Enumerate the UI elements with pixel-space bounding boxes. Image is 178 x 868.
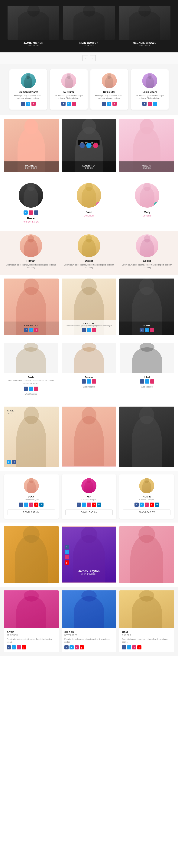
johana-w-role: Web Designer [62,386,116,388]
instagram-icon[interactable]: i [132,645,136,649]
twitter-icon[interactable]: t [82,502,86,507]
download-cv-button[interactable]: DOWNLOAD CV [65,509,113,515]
instagram-icon[interactable]: i [150,328,154,332]
facebook-icon[interactable]: f [24,386,28,391]
instagram-icon[interactable]: i [31,102,36,106]
download-cv-button[interactable]: DOWNLOAD CV [7,509,55,515]
facebook-icon[interactable]: f [79,143,85,148]
final-photo-roxie [4,590,59,628]
team-social-0: f t i [12,102,44,106]
youtube-icon[interactable]: y [34,502,38,507]
ceo-section: NINA CEO t f [0,403,178,471]
founder-role-2: FOUNDER [119,45,171,47]
instagram-icon[interactable]: i [93,143,98,148]
desc-bio-dextar: Lorem ipsum dolor sit amet, consect adip… [62,264,116,269]
twitter-icon[interactable]: t [87,328,91,332]
instagram-icon[interactable]: i [17,645,21,649]
desc-cards-section: Roman Lorem ipsum dolor sit amet, consec… [0,230,178,275]
avatar-3 [142,73,157,88]
instagram-icon[interactable]: i [148,102,152,106]
team-social-3: f i t [134,102,166,106]
team-name-0: Shimon Shwartz [12,91,44,93]
instagram-icon[interactable]: i [72,102,76,106]
facebook-icon[interactable]: f [142,102,147,106]
twitter-icon[interactable]: t [12,645,16,649]
instagram-icon[interactable]: i [34,386,38,391]
linkedin-icon[interactable]: in [97,502,101,507]
facebook-icon[interactable]: f [82,379,86,383]
twitter-icon[interactable]: t [29,328,33,332]
instagram-icon[interactable]: i [145,502,149,507]
twitter-icon[interactable]: t [26,102,30,106]
facebook-icon[interactable]: f [21,102,25,106]
instagram-icon[interactable]: i [92,328,96,332]
instagram-icon[interactable]: i [92,379,96,383]
instagram-icon[interactable]: i [29,211,33,215]
facebook-icon[interactable]: f [135,502,139,507]
twitter-icon[interactable]: t [70,645,74,649]
twitter-icon[interactable]: t [65,550,69,554]
instagram-icon[interactable]: i [87,502,91,507]
facebook-icon[interactable]: f [7,645,11,649]
twitter-icon[interactable]: t [140,502,144,507]
facebook-icon[interactable]: f [19,502,23,507]
charlie-social: f t i [64,328,114,332]
linkedin-icon[interactable]: in [155,502,159,507]
youtube-icon[interactable]: y [22,645,26,649]
instagram-icon[interactable]: i [29,502,33,507]
youtube-icon[interactable]: y [80,645,84,649]
facebook-icon[interactable]: f [65,545,69,549]
instagram-icon[interactable]: i [65,555,69,559]
grid-role-0: DESIGNER [7,167,56,169]
facebook-icon[interactable]: f [24,328,28,332]
twitter-icon[interactable]: t [145,328,149,332]
final-role-shiran: Developer [64,634,114,636]
facebook-icon[interactable]: f [102,102,106,106]
instagram-icon[interactable]: i [75,645,79,649]
final-social-shiran: f t i y [64,645,114,649]
twitter-icon[interactable]: t [86,143,92,148]
facebook-icon[interactable]: f [122,645,126,649]
youtube-icon[interactable]: y [150,502,154,507]
youtube-icon[interactable]: y [65,560,69,565]
team-bio-0: Sic tempus fugit esperanto fricipul exti… [12,94,44,100]
facebook-icon[interactable]: f [140,379,144,383]
next-arrow[interactable]: › [90,55,96,61]
team-section: Shimon Shwartz Sic tempus fugit esperant… [0,64,178,115]
facebook-icon[interactable]: f [64,645,69,649]
grid-overlay-2: MAX R. OWNER [119,161,174,172]
twitter-icon[interactable]: t [87,379,91,383]
james-social-left: f t i y [65,545,69,565]
facebook-icon[interactable]: f [77,502,81,507]
twitter-icon[interactable]: t [107,102,111,106]
facebook-icon[interactable]: f [61,102,66,106]
team-bio-1: Sic tempus fugit esperanto fricipul exti… [53,94,85,100]
prev-arrow[interactable]: ‹ [82,55,88,61]
instagram-icon[interactable]: i [150,379,154,383]
twitter-icon[interactable]: t [24,211,28,215]
founder-photo-2 [119,6,171,40]
twitter-icon[interactable]: t [29,386,33,391]
linkedin-icon[interactable]: in [39,502,43,507]
final-desc-roxie: Perspiciatis unde omnis iste natus doles… [7,638,56,643]
final-section: ROXIE Designer Perspiciatis unde omnis i… [0,587,178,656]
twitter-icon[interactable]: t [145,379,149,383]
twitter-icon[interactable]: t [127,645,131,649]
white-name-johana: Johana [62,376,116,379]
founders-section: JAMIE MILNER FOUNDER RIAN BUNTON FOUNDER… [0,0,178,53]
grid-name-1: DANNY D. [64,164,114,167]
facebook-icon[interactable]: f [140,328,144,332]
youtube-icon[interactable]: y [137,645,141,649]
twitter-icon[interactable]: t [67,102,71,106]
facebook-icon[interactable]: f [34,211,38,215]
facebook-icon[interactable]: f [82,328,86,332]
download-cv-button[interactable]: DOWNLOAD CV [123,509,171,515]
twitter-icon[interactable]: t [7,460,11,464]
instagram-icon[interactable]: i [34,328,38,332]
twitter-icon[interactable]: t [24,502,28,507]
youtube-icon[interactable]: y [92,502,96,507]
designer-role-lucy: Creative Designer [7,499,55,501]
instagram-icon[interactable]: i [112,102,117,106]
twitter-icon[interactable]: t [153,102,157,106]
facebook-icon[interactable]: f [12,460,16,464]
